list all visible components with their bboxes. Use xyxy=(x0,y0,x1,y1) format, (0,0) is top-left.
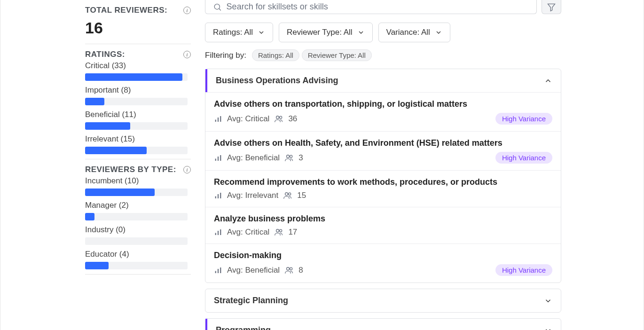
svg-point-12 xyxy=(290,155,292,157)
ratings-filter[interactable]: Ratings: All xyxy=(205,23,273,42)
skillset-group-header[interactable]: Strategic Planning xyxy=(205,289,561,312)
bar-fill xyxy=(85,147,147,154)
chevron-up-icon xyxy=(544,77,552,85)
svg-line-1 xyxy=(219,8,221,10)
skill-avg: Avg: Irrelevant xyxy=(227,191,278,200)
svg-point-22 xyxy=(280,229,282,232)
search-input[interactable] xyxy=(227,2,529,12)
bar-chart-icon xyxy=(214,115,222,123)
chevron-down-icon xyxy=(258,29,265,36)
bar-track xyxy=(85,122,188,130)
info-icon[interactable]: i xyxy=(183,51,191,58)
bar-track xyxy=(85,98,188,105)
info-icon[interactable]: i xyxy=(183,166,191,173)
svg-point-6 xyxy=(276,116,279,118)
skill-count: 15 xyxy=(297,191,306,200)
filter-pill[interactable]: Reviewer Type: All xyxy=(302,49,372,61)
variance-filter-label: Variance: All xyxy=(386,28,430,37)
skill-meta-left: Avg: Irrelevant15 xyxy=(214,191,306,200)
total-reviewers-label: TOTAL REVIEWERS: xyxy=(85,6,167,15)
bar-label: Educator (4) xyxy=(85,250,191,259)
bar-label: Important (8) xyxy=(85,86,191,95)
skill-avg: Avg: Beneficial xyxy=(227,266,280,275)
variance-badge: High Variance xyxy=(495,113,552,125)
svg-point-26 xyxy=(287,267,290,270)
svg-point-16 xyxy=(285,193,288,196)
bar-fill xyxy=(85,213,94,220)
bar-track xyxy=(85,262,188,269)
reviewers-by-type-label: REVIEWERS BY TYPE: xyxy=(85,165,176,174)
skill-item[interactable]: Analyze business problemsAvg: Critical17 xyxy=(205,207,561,244)
total-reviewers-value: 16 xyxy=(85,17,191,44)
reviewer-type-bar: Incumbent (10) xyxy=(85,176,191,196)
main-content: Ratings: All Reviewer Type: All Variance… xyxy=(191,0,644,330)
chevron-down-icon xyxy=(435,29,442,36)
bar-fill xyxy=(85,189,155,196)
skill-title: Decision-making xyxy=(214,251,552,260)
filter-button[interactable] xyxy=(542,0,561,14)
bar-label: Industry (0) xyxy=(85,225,191,235)
skill-title: Advise others on Health, Safety, and Env… xyxy=(214,138,552,148)
reviewer-type-bar: Educator (4) xyxy=(85,250,191,269)
skill-item[interactable]: Decision-makingAvg: Beneficial8High Vari… xyxy=(205,244,561,283)
svg-marker-2 xyxy=(548,4,555,11)
search-icon xyxy=(213,2,222,12)
skillset-group: Programming xyxy=(205,318,561,330)
skill-item[interactable]: Advise others on Health, Safety, and Env… xyxy=(205,131,561,170)
people-icon xyxy=(284,153,294,163)
svg-point-0 xyxy=(214,4,220,9)
people-icon xyxy=(284,266,294,275)
variance-badge: High Variance xyxy=(495,152,552,164)
ratings-label: RATINGS: xyxy=(85,50,125,59)
skill-item[interactable]: Advise others on transportation, shippin… xyxy=(205,92,561,131)
skillset-group: Strategic Planning xyxy=(205,289,561,313)
info-icon[interactable]: i xyxy=(183,7,191,14)
bar-fill xyxy=(85,262,109,269)
skillset-group-title: Business Operations Advising xyxy=(216,76,338,86)
svg-point-7 xyxy=(280,116,282,118)
skill-title: Analyze business problems xyxy=(214,214,552,224)
skillset-group-header[interactable]: Business Operations Advising xyxy=(205,69,561,92)
svg-point-27 xyxy=(290,267,292,270)
sidebar: TOTAL REVIEWERS: i 16 RATINGS: i Critica… xyxy=(0,0,191,330)
bar-track xyxy=(85,73,188,81)
reviewer-type-bar: Manager (2) xyxy=(85,201,191,220)
skill-count: 3 xyxy=(298,153,303,163)
bar-track xyxy=(85,213,188,220)
rating-bar: Irrelevant (15) xyxy=(85,134,191,154)
skill-meta-left: Avg: Critical36 xyxy=(214,114,297,124)
chevron-down-icon xyxy=(544,297,552,305)
bar-fill xyxy=(85,98,104,105)
bar-track xyxy=(85,237,188,245)
skill-item[interactable]: Recommend improvements to work methods, … xyxy=(205,170,561,207)
chevron-down-icon xyxy=(544,326,552,330)
bar-chart-icon xyxy=(214,154,222,162)
reviewer-type-filter[interactable]: Reviewer Type: All xyxy=(279,23,373,42)
svg-point-11 xyxy=(287,155,290,157)
skill-count: 36 xyxy=(288,114,297,124)
filter-pill[interactable]: Ratings: All xyxy=(252,49,299,61)
skill-avg: Avg: Beneficial xyxy=(227,153,280,163)
bar-fill xyxy=(85,122,130,130)
filtering-by-row: Filtering by: Ratings: All Reviewer Type… xyxy=(205,51,561,60)
bar-label: Critical (33) xyxy=(85,61,191,71)
search-box[interactable] xyxy=(205,0,537,14)
rating-bar: Critical (33) xyxy=(85,61,191,81)
skillset-group-title: Strategic Planning xyxy=(214,296,288,306)
svg-point-17 xyxy=(289,193,291,195)
svg-point-21 xyxy=(276,229,279,232)
skill-avg: Avg: Critical xyxy=(227,228,269,237)
people-icon xyxy=(274,228,283,237)
variance-badge: High Variance xyxy=(495,264,552,276)
skill-count: 8 xyxy=(298,266,303,275)
skill-count: 17 xyxy=(288,228,297,237)
skill-meta-left: Avg: Beneficial8 xyxy=(214,266,303,275)
skill-meta-left: Avg: Beneficial3 xyxy=(214,153,303,163)
skillset-group: Business Operations AdvisingAdvise other… xyxy=(205,69,561,283)
bar-chart-icon xyxy=(214,266,222,275)
bar-label: Manager (2) xyxy=(85,201,191,210)
variance-filter[interactable]: Variance: All xyxy=(378,23,450,42)
bar-label: Incumbent (10) xyxy=(85,176,191,186)
skillset-group-header[interactable]: Programming xyxy=(205,319,561,330)
bar-label: Beneficial (11) xyxy=(85,110,191,119)
